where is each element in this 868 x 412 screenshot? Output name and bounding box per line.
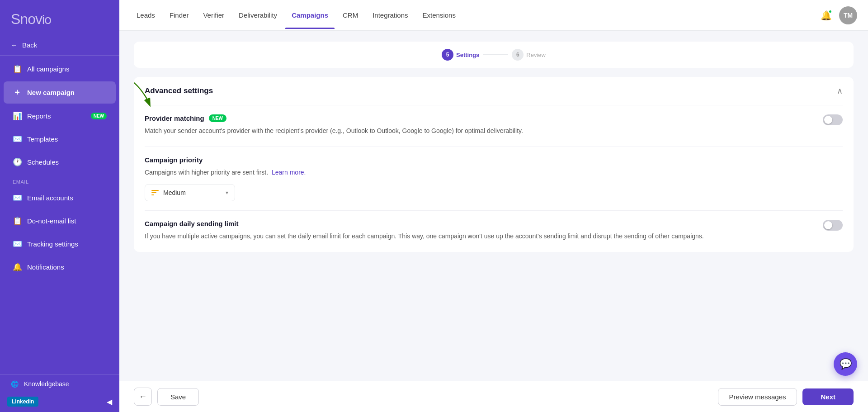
user-avatar[interactable]: TM [839,6,857,24]
learn-more-link[interactable]: Learn more. [272,169,306,176]
campaigns-icon: 📋 [13,64,22,74]
back-button[interactable]: ← Back [0,37,119,53]
chevron-down-icon: ▾ [226,189,228,196]
sidebar-item-label: Templates [27,135,58,143]
back-arrow-icon: ← [11,41,18,49]
brand-name-light: io [42,13,51,27]
provider-matching-toggle[interactable] [823,114,843,125]
provider-matching-section: Provider matching NEW Match your sender … [134,105,854,147]
campaign-priority-description: Campaigns with higher priority are sent … [145,167,843,177]
advanced-settings-card: Advanced settings ∧ [134,77,854,252]
nav-leads[interactable]: Leads [130,8,161,23]
advanced-settings-header[interactable]: Advanced settings ∧ [134,77,854,105]
bottom-right-actions: Preview messages Next [718,388,854,406]
linkedin-badge[interactable]: LinkedIn [7,397,38,407]
new-campaign-icon: + [13,87,22,98]
step-6: 6 Review [512,49,546,61]
bottom-action-bar: ← Save Preview messages Next [119,381,868,412]
step-line-5-6 [483,54,508,55]
daily-limit-toggle[interactable] [823,220,843,231]
daily-limit-section: Campaign daily sending limit If you have… [134,211,854,252]
save-button[interactable]: Save [157,388,199,406]
brand-logo: Snovio [0,0,119,37]
sidebar-divider-1 [0,55,119,56]
top-navigation: Leads Finder Verifier Deliverability Cam… [119,0,868,31]
sidebar-item-label: All campaigns [27,65,69,73]
chat-icon: 💬 [840,358,852,370]
step-5-label: Settings [456,52,479,58]
advanced-settings-title: Advanced settings [145,86,213,95]
email-section-label: Email [0,174,119,186]
provider-matching-description: Match your sender account's provider wit… [145,126,812,136]
provider-matching-row: Provider matching NEW Match your sender … [145,114,843,137]
topnav-right: 🔔 TM [821,6,857,24]
sidebar-item-reports[interactable]: 📊 Reports NEW [4,105,116,127]
sidebar-collapse-button[interactable]: ◀ [107,398,112,406]
chevron-up-icon: ∧ [837,86,843,96]
sidebar-item-do-not-email[interactable]: 📋 Do-not-email list [4,210,116,232]
tracking-icon: ✉️ [13,239,22,249]
do-not-email-icon: 📋 [13,216,22,226]
knowledgebase-item[interactable]: 🌐 Knowledgebase [0,375,119,393]
content-area: 5 Settings 6 Review Advanced settings ∧ [119,31,868,381]
provider-matching-badge: NEW [209,114,226,122]
chat-support-bubble[interactable]: 💬 [834,352,857,376]
knowledgebase-label: Knowledgebase [24,380,69,388]
templates-icon: ✉️ [13,134,22,144]
reports-icon: 📊 [13,111,22,121]
sidebar-item-label: New campaign [27,89,75,96]
sidebar-item-tracking[interactable]: ✉️ Tracking settings [4,233,116,255]
preview-messages-button[interactable]: Preview messages [718,388,797,406]
step-5: 5 Settings [442,49,479,61]
sidebar: Snovio ← Back 📋 All campaigns + New camp… [0,0,119,412]
nav-deliverability[interactable]: Deliverability [232,8,283,23]
sidebar-item-templates[interactable]: ✉️ Templates [4,128,116,150]
nav-verifier[interactable]: Verifier [197,8,231,23]
sidebar-item-notifications[interactable]: 🔔 Notifications [4,256,116,278]
knowledgebase-icon: 🌐 [11,380,19,388]
sidebar-item-label: Do-not-email list [27,217,76,225]
sidebar-item-email-accounts[interactable]: ✉️ Email accounts [4,187,116,208]
notifications-bell[interactable]: 🔔 [821,10,832,21]
back-label: Back [22,41,37,49]
sidebar-item-schedules[interactable]: 🕐 Schedules [4,152,116,173]
provider-matching-label: Provider matching [145,114,204,122]
bell-notification-dot [828,9,832,14]
schedules-icon: 🕐 [13,157,22,167]
brand-name-bold: Snov [11,11,42,27]
priority-dropdown[interactable]: Medium ▾ [145,184,235,201]
sidebar-item-label: Email accounts [27,194,73,202]
step-6-label: Review [526,52,546,58]
priority-dropdown-value: Medium [163,189,186,196]
campaign-priority-title: Campaign priority [145,156,843,164]
priority-lines-icon [151,190,159,195]
sidebar-item-label: Schedules [27,158,59,166]
sidebar-item-all-campaigns[interactable]: 📋 All campaigns [4,58,116,80]
provider-matching-content: Provider matching NEW Match your sender … [145,114,812,137]
daily-limit-toggle-slider [823,220,843,231]
email-accounts-icon: ✉️ [13,193,22,203]
reports-new-badge: NEW [91,113,107,119]
priority-line-3 [151,194,154,195]
campaign-priority-section: Campaign priority Campaigns with higher … [134,147,854,210]
daily-limit-content: Campaign daily sending limit If you have… [145,220,812,243]
nav-campaigns[interactable]: Campaigns [285,8,335,23]
bottom-left-actions: ← Save [134,388,199,406]
main-area: Leads Finder Verifier Deliverability Cam… [119,0,868,412]
sidebar-item-new-campaign[interactable]: + New campaign [4,81,116,104]
step-5-circle: 5 [442,49,453,61]
notifications-icon: 🔔 [13,262,22,272]
next-button[interactable]: Next [802,388,854,405]
nav-integrations[interactable]: Integrations [366,8,414,23]
back-button[interactable]: ← [134,388,152,406]
nav-crm[interactable]: CRM [336,8,364,23]
daily-limit-description: If you have multiple active campaigns, y… [145,231,812,241]
nav-finder[interactable]: Finder [163,8,195,23]
sidebar-bottom: 🌐 Knowledgebase LinkedIn ◀ [0,374,119,412]
sidebar-item-label: Tracking settings [27,240,78,248]
priority-line-1 [151,190,159,191]
nav-extensions[interactable]: Extensions [416,8,462,23]
toggle-slider [823,114,843,125]
priority-desc-before: Campaigns with higher priority are sent … [145,169,268,176]
steps-bar: 5 Settings 6 Review [134,42,854,68]
